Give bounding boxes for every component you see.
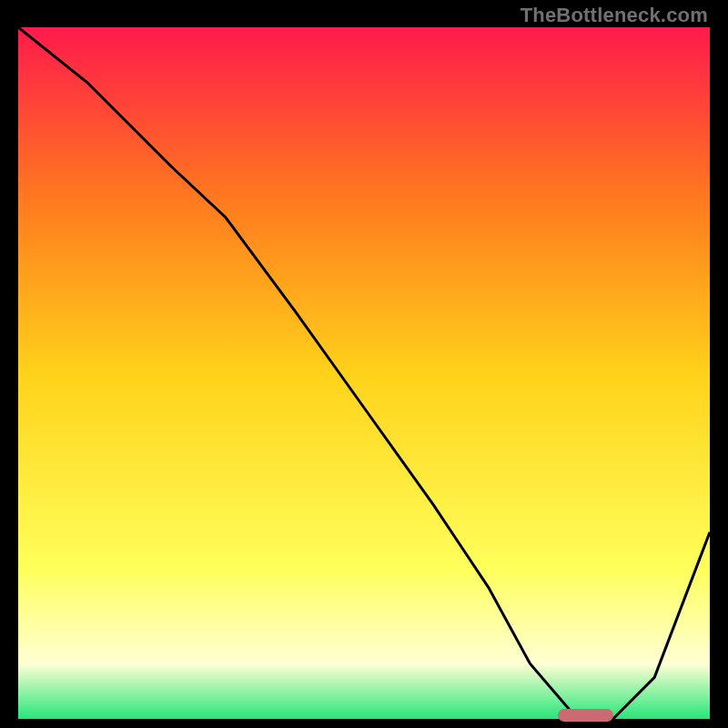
background-gradient xyxy=(18,27,710,719)
watermark-text: TheBottleneck.com xyxy=(521,4,708,27)
chart-frame xyxy=(18,27,710,719)
optimal-marker xyxy=(558,709,613,722)
svg-rect-0 xyxy=(18,27,710,719)
